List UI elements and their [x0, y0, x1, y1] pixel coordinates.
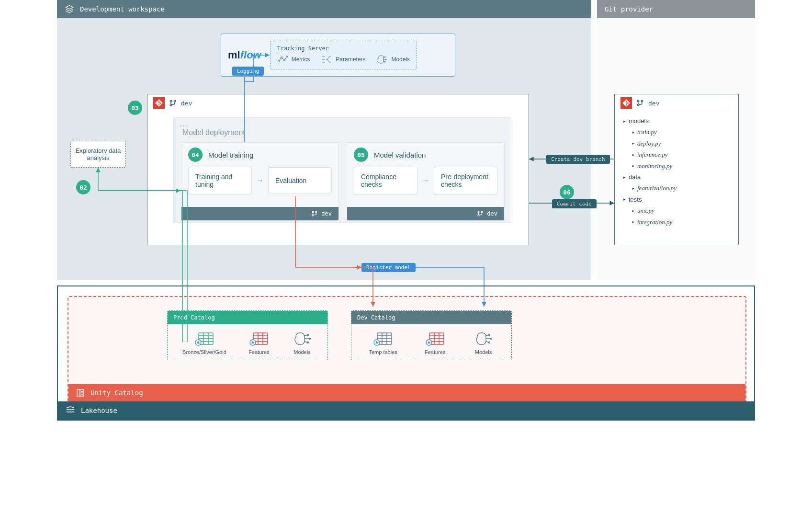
- git-logo-icon: [620, 97, 632, 109]
- arrow-icon: →: [257, 176, 263, 185]
- unity-footer: Unity Catalog: [68, 384, 745, 401]
- prod-item-models: Models: [292, 331, 313, 355]
- tracking-parameters: Parameters: [321, 55, 365, 64]
- panel-right-footer-branch: dev: [487, 210, 497, 217]
- git-provider-header: Git provider: [597, 0, 755, 18]
- models-icon: [292, 331, 313, 346]
- svg-point-13: [478, 211, 479, 213]
- models-icon: [473, 331, 494, 346]
- panel-model-training: 04 Model training Training and tuning → …: [181, 142, 339, 221]
- tracking-server-title: Tracking Server: [277, 45, 410, 52]
- svg-rect-33: [77, 389, 80, 396]
- repo-branch: dev: [181, 100, 192, 107]
- git-provider-title: Git provider: [605, 5, 653, 13]
- svg-point-9: [174, 100, 176, 102]
- create-dev-branch-label: Create dev branch: [546, 155, 610, 164]
- panel-back-title: Model deployment: [182, 128, 245, 137]
- dev-item-models: Models: [473, 331, 494, 355]
- logging-label: Logging: [232, 67, 264, 76]
- dev-catalog-header: Dev Catalog: [351, 311, 511, 324]
- tracking-metrics: Metrics: [277, 55, 310, 64]
- table-icon: [425, 331, 446, 346]
- dev-item-temp: Temp tables: [369, 331, 397, 355]
- repo-card: dev ... Model deployment 04 Model traini…: [147, 94, 529, 245]
- catalog-icon: [76, 388, 85, 397]
- panel-dots: ...: [180, 120, 189, 128]
- svg-point-17: [637, 104, 639, 106]
- eda-box: Exploratory data analysis: [70, 141, 126, 168]
- arrow-icon: →: [422, 176, 429, 185]
- branch-icon: [312, 211, 317, 217]
- git-card-branch: dev: [648, 100, 659, 107]
- svg-point-16: [637, 100, 639, 102]
- file-unit: ▸unit.py: [623, 205, 730, 216]
- stack-icon: [65, 4, 74, 14]
- register-model-label: Register model: [361, 263, 416, 272]
- git-tree: ▸models ▸train.py ▸deploy.py ▸inference.…: [615, 112, 738, 231]
- lakehouse-footer: Lakehouse: [58, 401, 754, 420]
- panel-model-validation: 05 Model validation Compliance checks → …: [347, 142, 505, 221]
- task-training-tuning: Training and tuning: [188, 167, 252, 194]
- svg-point-11: [312, 215, 314, 216]
- task-predeploy-checks: Pre-deployment checks: [434, 167, 497, 194]
- file-deploy: ▸deploy.py: [623, 138, 730, 149]
- folder-tests: ▸tests: [623, 194, 730, 205]
- branch-icon: [637, 100, 643, 106]
- prod-item-features: Features: [248, 331, 270, 355]
- svg-point-10: [312, 211, 314, 213]
- table-icon: [372, 331, 394, 346]
- panel-stack: ... Model deployment 04 Model training T…: [173, 117, 510, 235]
- mlflow-logo: mlflow: [228, 49, 261, 61]
- file-integration: ▸integration.py: [623, 217, 730, 228]
- panel-left-footer-branch: dev: [321, 210, 332, 217]
- prod-catalog-header: Prod Catalog: [168, 311, 327, 324]
- svg-point-7: [170, 100, 172, 102]
- dev-catalog: Dev Catalog Temp tables Features Models: [351, 310, 512, 360]
- repo-card-header: dev: [147, 94, 529, 112]
- step-05-badge: 05: [354, 148, 368, 162]
- models-icon: [377, 55, 387, 64]
- parameters-icon: [321, 55, 332, 64]
- git-logo-icon: [153, 97, 165, 109]
- file-inference: ▸inference.py: [623, 149, 730, 160]
- lakehouse-title: Lakehouse: [81, 407, 117, 414]
- git-provider-card: dev ▸models ▸train.py ▸deploy.py ▸infere…: [614, 94, 739, 245]
- branch-icon: [169, 100, 176, 106]
- task-compliance-checks: Compliance checks: [354, 167, 417, 194]
- step-04-badge: 04: [188, 148, 203, 162]
- dev-workspace-header: Development workspace: [57, 0, 591, 18]
- commit-code-label: Commit code: [552, 199, 597, 208]
- prod-item-bronze: Bronze/Silver/Gold: [182, 331, 226, 355]
- tracking-models: Models: [377, 55, 410, 64]
- lakehouse-outer: Prod Catalog Bronze/Silver/Gold Features…: [57, 285, 755, 421]
- tracking-server: Tracking Server Metrics Parameters Model…: [270, 41, 417, 69]
- folder-models: ▸models: [623, 115, 730, 126]
- svg-point-8: [170, 104, 172, 106]
- svg-point-18: [641, 100, 643, 102]
- prod-catalog: Prod Catalog Bronze/Silver/Gold Features…: [167, 310, 328, 360]
- step-02-badge: 02: [76, 180, 90, 194]
- file-monitoring: ▸monitoring.py: [623, 160, 730, 171]
- folder-data: ▸data: [623, 171, 730, 183]
- metrics-icon: [277, 55, 288, 64]
- dev-workspace-title: Development workspace: [80, 5, 165, 13]
- step-03-badge: 03: [128, 101, 142, 115]
- step-06-badge: 06: [560, 185, 574, 199]
- panel-right-title: Model validation: [374, 151, 426, 159]
- unity-catalog-outer: Prod Catalog Bronze/Silver/Gold Features…: [68, 296, 746, 402]
- table-icon: [194, 331, 215, 346]
- svg-point-14: [478, 215, 479, 216]
- svg-point-12: [316, 211, 317, 213]
- file-train: ▸train.py: [623, 126, 730, 137]
- task-evaluation: Evaluation: [268, 167, 332, 194]
- unity-title: Unity Catalog: [90, 389, 143, 397]
- git-card-header: dev: [615, 94, 738, 112]
- file-featurization: ▸featurization.py: [623, 183, 730, 194]
- svg-point-15: [481, 211, 483, 213]
- branch-icon: [477, 211, 483, 217]
- dev-item-features: Features: [425, 331, 446, 355]
- panel-left-title: Model training: [208, 151, 253, 159]
- lakehouse-icon: [66, 406, 75, 415]
- table-icon: [248, 331, 270, 346]
